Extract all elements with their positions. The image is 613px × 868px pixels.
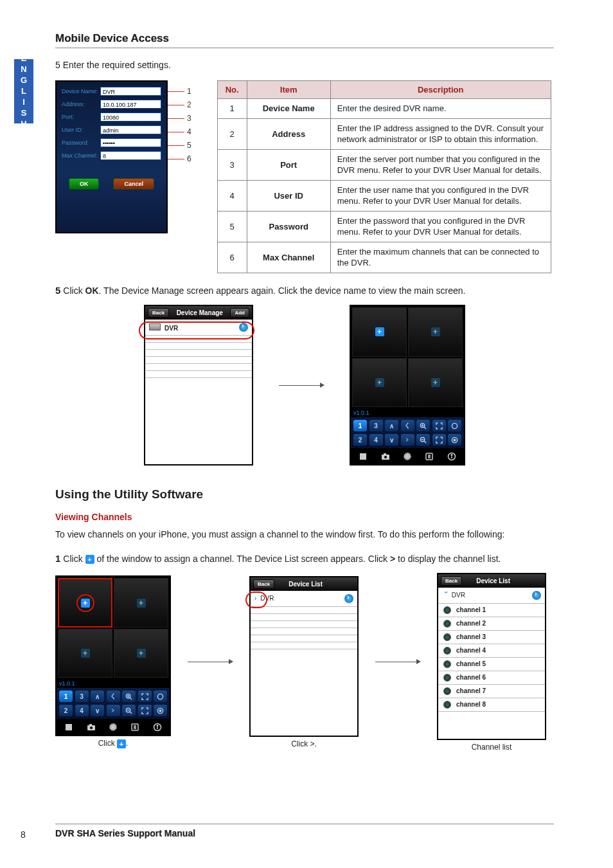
up-icon[interactable]: ∧ bbox=[385, 420, 398, 431]
back-button[interactable]: Back bbox=[148, 308, 169, 318]
add-button[interactable]: Add bbox=[230, 308, 249, 318]
svg-point-42 bbox=[157, 725, 158, 727]
svg-point-34 bbox=[90, 727, 93, 729]
section-heading: Mobile Device Access bbox=[55, 32, 554, 45]
iris-close-icon[interactable] bbox=[448, 434, 461, 446]
svg-rect-35 bbox=[89, 724, 92, 725]
step-5-text: 5Click OK. The Device Manage screen appe… bbox=[55, 285, 554, 296]
arrow-icon bbox=[279, 385, 324, 386]
back-button[interactable]: Back bbox=[253, 579, 274, 589]
left-icon[interactable]: く bbox=[401, 420, 414, 431]
ok-button[interactable]: OK bbox=[69, 178, 100, 190]
channel-row[interactable]: channel 1 bbox=[438, 604, 545, 617]
svg-rect-13 bbox=[384, 453, 386, 455]
caption-c: Channel list bbox=[472, 743, 512, 752]
chevron-icon bbox=[344, 594, 353, 603]
paragraph: To view channels on your iPhone, you mus… bbox=[55, 529, 554, 541]
stop-icon[interactable] bbox=[356, 451, 370, 462]
svg-line-28 bbox=[130, 712, 132, 714]
cancel-button[interactable]: Cancel bbox=[113, 178, 154, 190]
channel-row[interactable]: channel 7 bbox=[438, 685, 545, 698]
info-icon[interactable] bbox=[445, 451, 459, 462]
channel-list-screenshot: Back Device List › DVR channel 1 channel… bbox=[437, 573, 546, 740]
focus-near-icon[interactable] bbox=[432, 420, 446, 431]
viewing-channels-heading: Viewing Channels bbox=[55, 512, 554, 522]
svg-rect-10 bbox=[360, 453, 366, 460]
back-button[interactable]: Back bbox=[441, 576, 462, 586]
arrow-icon bbox=[375, 662, 420, 662]
channel-row[interactable]: channel 8 bbox=[438, 698, 545, 712]
channel-row[interactable]: channel 2 bbox=[438, 617, 545, 631]
svg-point-4 bbox=[452, 423, 457, 428]
right-icon[interactable]: ﹥ bbox=[401, 434, 414, 446]
zoom-in-icon[interactable] bbox=[416, 420, 430, 431]
svg-point-9 bbox=[454, 439, 456, 441]
device-icon[interactable] bbox=[422, 451, 436, 462]
svg-line-23 bbox=[130, 698, 132, 700]
snapshot-icon[interactable] bbox=[378, 451, 393, 462]
chevron-icon bbox=[532, 591, 541, 600]
callout-numbers: 1 2 3 4 5 6 bbox=[164, 80, 191, 273]
svg-line-6 bbox=[424, 441, 426, 443]
svg-point-31 bbox=[159, 710, 161, 712]
channel-row[interactable]: channel 4 bbox=[438, 644, 545, 658]
focus-far-icon[interactable] bbox=[432, 434, 446, 446]
svg-point-20 bbox=[451, 455, 452, 456]
settings-screenshot: Device Name:DVR Address:10.0.100.187 Por… bbox=[55, 80, 168, 233]
channel-row[interactable]: channel 3 bbox=[438, 631, 545, 644]
definitions-table: No. Item Description 1Device NameEnter t… bbox=[217, 80, 551, 273]
divider bbox=[55, 48, 554, 48]
language-tab: ENGLISH bbox=[14, 59, 33, 123]
footer-text: DVR SHA Series Support Manual bbox=[55, 828, 195, 838]
channel-row[interactable]: channel 6 bbox=[438, 671, 545, 685]
camera-icon bbox=[443, 606, 451, 614]
utility-heading: Using the Utility Software bbox=[55, 487, 554, 502]
page-number: 8 bbox=[21, 829, 26, 840]
step-1-text: 1Click + of the window to assign a chann… bbox=[55, 553, 554, 564]
svg-rect-32 bbox=[66, 724, 72, 730]
caption-b: Click >. bbox=[291, 739, 317, 748]
live-view-screenshot-2: + + + + v1.0.1 1 3 ∧く 2 bbox=[55, 575, 171, 736]
device-row-expanded[interactable]: › DVR bbox=[438, 588, 545, 604]
iris-open-icon[interactable] bbox=[448, 420, 461, 431]
intro-text: 5 Enter the required settings. bbox=[55, 60, 554, 70]
live-view-screenshot: + + + + v1.0.1 1 3 ∧ く 2 4 bbox=[350, 305, 465, 466]
control-panel: 1 3 ∧ く 2 4 ∨ ﹥ bbox=[351, 417, 464, 448]
arrow-icon bbox=[188, 662, 233, 662]
channel-row[interactable]: channel 5 bbox=[438, 658, 545, 671]
footer-divider bbox=[55, 824, 554, 824]
add-channel-icon[interactable]: + bbox=[375, 327, 384, 336]
zoom-out-icon[interactable] bbox=[416, 434, 430, 446]
down-icon[interactable]: ∨ bbox=[385, 434, 398, 446]
settings-icon[interactable] bbox=[400, 451, 414, 462]
caption-a: Click +. bbox=[98, 739, 129, 748]
svg-point-12 bbox=[384, 456, 387, 458]
plus-icon: + bbox=[85, 555, 94, 564]
svg-point-26 bbox=[157, 694, 163, 699]
svg-line-1 bbox=[424, 427, 426, 429]
